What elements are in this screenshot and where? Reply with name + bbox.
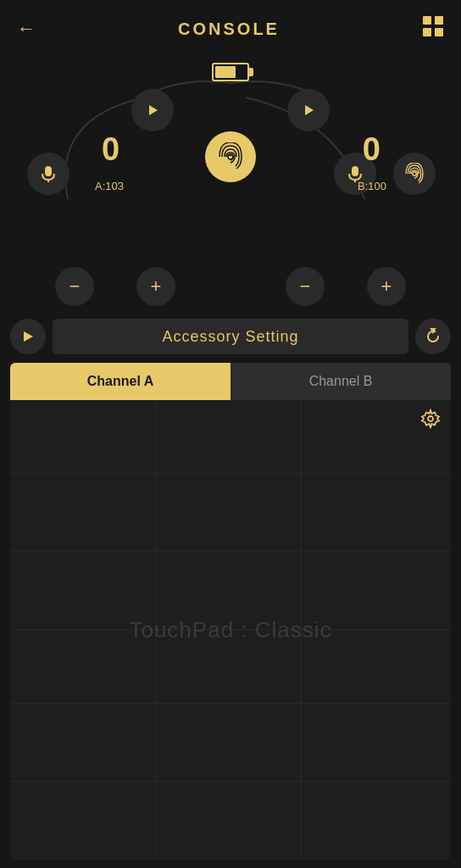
svg-marker-13 bbox=[431, 329, 435, 332]
accessory-setting-label: Accessory Setting bbox=[53, 319, 408, 354]
action-bar: Accessory Setting bbox=[10, 319, 451, 354]
minus-left-button[interactable]: − bbox=[55, 267, 94, 306]
tabs: Channel A Channel B bbox=[10, 363, 451, 400]
svg-marker-5 bbox=[305, 105, 314, 115]
channel-b-label: B:100 bbox=[358, 180, 386, 192]
page-title: CONSOLE bbox=[178, 19, 280, 39]
svg-rect-1 bbox=[435, 16, 443, 25]
fingerprint-right-button[interactable] bbox=[393, 153, 436, 195]
svg-rect-2 bbox=[423, 28, 431, 36]
channel-a-label: A:103 bbox=[95, 180, 124, 192]
channel-a-value: 0 bbox=[102, 131, 119, 168]
grid-icon[interactable] bbox=[422, 15, 444, 42]
back-button[interactable]: ← bbox=[17, 18, 36, 40]
svg-marker-4 bbox=[149, 105, 158, 115]
play-right-button[interactable] bbox=[287, 89, 330, 131]
mic-left-button[interactable] bbox=[27, 153, 69, 195]
plus-right-button[interactable]: + bbox=[367, 267, 406, 306]
bottom-controls: − + − + bbox=[0, 263, 461, 310]
svg-point-11 bbox=[413, 172, 417, 176]
minus-right-button[interactable]: − bbox=[286, 267, 325, 306]
channel-b-value: 0 bbox=[363, 131, 380, 168]
svg-rect-0 bbox=[423, 16, 431, 25]
plus-left-button[interactable]: + bbox=[136, 267, 175, 306]
touchpad-area[interactable]: TouchPad : Classic bbox=[10, 400, 451, 860]
tab-channel-b[interactable]: Channel B bbox=[230, 363, 451, 400]
svg-point-14 bbox=[428, 416, 433, 421]
refresh-button[interactable] bbox=[415, 319, 451, 354]
tab-channel-a[interactable]: Channel A bbox=[10, 363, 230, 400]
svg-rect-6 bbox=[45, 166, 52, 176]
play-left-button[interactable] bbox=[131, 89, 174, 131]
touchpad-label: TouchPad : Classic bbox=[129, 617, 331, 643]
fingerprint-center-button[interactable] bbox=[205, 131, 256, 182]
battery-indicator bbox=[212, 63, 249, 81]
gear-icon[interactable] bbox=[420, 409, 441, 434]
svg-rect-9 bbox=[352, 166, 358, 176]
header: ← CONSOLE bbox=[0, 0, 461, 51]
action-play-button[interactable] bbox=[10, 319, 46, 354]
circular-control-area: 0 A:103 0 B:100 bbox=[0, 51, 461, 263]
svg-marker-12 bbox=[24, 331, 33, 342]
svg-rect-3 bbox=[435, 28, 443, 36]
